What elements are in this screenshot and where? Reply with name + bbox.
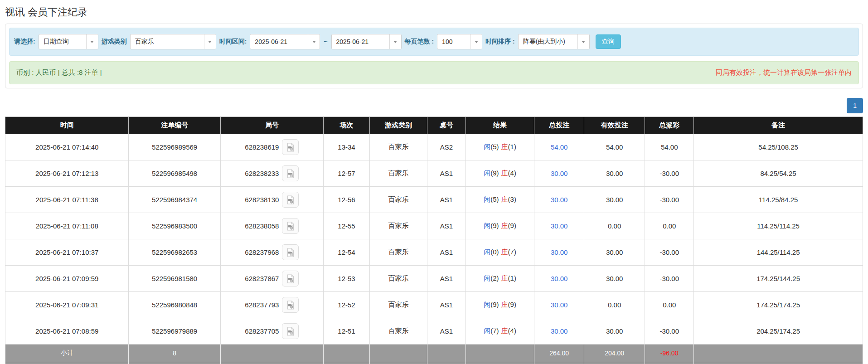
banker-result-label: 庄 — [501, 195, 508, 203]
page-size-label: 每页笔数 : — [405, 38, 434, 46]
query-type-select[interactable]: 日期查询 — [39, 34, 98, 49]
game-category-label: 游戏类别 — [102, 38, 127, 46]
banker-score: (1) — [508, 143, 516, 150]
total-bet-link[interactable]: 30.00 — [551, 327, 568, 335]
video-replay-button[interactable] — [282, 139, 299, 155]
game-cell: 百家乐 — [370, 318, 427, 345]
bet-id-cell: 522596984374 — [129, 187, 220, 213]
note-cell: 174.25/144.25 — [694, 266, 863, 292]
result-cell: 闲(9)庄(9) — [466, 213, 534, 239]
round-cell: 628238130 — [220, 187, 323, 213]
video-file-icon — [286, 274, 296, 284]
date-to-input[interactable]: 2025-06-21 — [331, 34, 402, 49]
column-header: 注单编号 — [129, 117, 220, 134]
session-cell: 12-54 — [323, 239, 369, 266]
footer-empty-cell — [370, 362, 427, 364]
query-type-label: 请选择: — [14, 38, 35, 46]
video-replay-button[interactable] — [282, 271, 299, 286]
game-category-value: 百家乐 — [131, 34, 159, 49]
player-score: (9) — [490, 301, 499, 308]
video-file-icon — [286, 195, 296, 205]
video-replay-button[interactable] — [282, 165, 299, 181]
player-score: (0) — [490, 248, 499, 256]
video-replay-button[interactable] — [282, 192, 299, 208]
table-no-cell: AS1 — [427, 213, 466, 239]
footer-empty-cell — [370, 345, 427, 362]
column-header: 总派彩 — [645, 117, 694, 134]
game-cell: 百家乐 — [370, 160, 427, 187]
valid-bet-cell: 30.00 — [584, 266, 645, 292]
page-title: 视讯 会员下注纪录 — [5, 5, 863, 19]
bet-records-table: 时间注单编号局号场次游戏类别桌号结果总投注有效投注总派彩备注 2025-06-2… — [5, 116, 863, 364]
video-replay-button[interactable] — [282, 218, 299, 234]
total-bet-link[interactable]: 30.00 — [551, 196, 568, 204]
footer-total-bet: 264.00 — [534, 345, 584, 362]
result-cell: 闲(0)庄(7) — [466, 239, 534, 266]
total-bet-link[interactable]: 54.00 — [551, 143, 568, 151]
game-cell: 百家乐 — [370, 266, 427, 292]
footer-empty-cell — [220, 362, 323, 364]
date-from-input[interactable]: 2025-06-21 — [250, 34, 320, 49]
total-bet-cell: 30.00 — [534, 318, 584, 345]
total-bet-link[interactable]: 30.00 — [551, 275, 568, 282]
table-row: 2025-06-21 07:09:31522596980848628237793… — [5, 292, 863, 318]
player-result-label: 闲 — [484, 274, 490, 282]
column-header: 游戏类别 — [370, 117, 427, 134]
total-bet-link[interactable]: 30.00 — [551, 170, 568, 177]
time-range-label: 时间区间: — [219, 38, 247, 46]
video-file-icon — [286, 248, 296, 257]
page-1-button[interactable]: 1 — [847, 98, 863, 113]
video-replay-button[interactable] — [282, 244, 299, 260]
time-cell: 2025-06-21 07:09:31 — [5, 292, 129, 318]
round-cell: 628237867 — [220, 266, 323, 292]
video-file-icon — [286, 142, 296, 152]
valid-bet-cell: 30.00 — [584, 318, 645, 345]
time-cell: 2025-06-21 07:14:40 — [5, 134, 129, 160]
round-cell: 628237968 — [220, 239, 323, 266]
footer-empty-cell — [466, 345, 534, 362]
round-cell: 628238233 — [220, 160, 323, 187]
time-cell: 2025-06-21 07:09:59 — [5, 266, 129, 292]
footer-empty-cell — [427, 345, 466, 362]
total-bet-link[interactable]: 30.00 — [551, 248, 568, 256]
note-cell: 84.25/54.25 — [694, 160, 863, 187]
session-cell: 12-55 — [323, 213, 369, 239]
table-no-cell: AS1 — [427, 292, 466, 318]
player-result-label: 闲 — [484, 195, 490, 203]
search-button[interactable]: 查询 — [596, 34, 621, 49]
player-result-label: 闲 — [484, 169, 490, 177]
game-category-select[interactable]: 百家乐 — [130, 34, 216, 49]
total-bet-cell: 30.00 — [534, 213, 584, 239]
time-sort-select[interactable]: 降幂(由大到小) — [518, 34, 590, 49]
top-panel: 请选择: 日期查询 游戏类别 百家乐 时间区间: 2025-06-21 ~ 20… — [5, 24, 863, 88]
date-from-value: 2025-06-21 — [250, 34, 292, 49]
page-size-select[interactable]: 100 — [437, 34, 482, 49]
payout-cell: -30.00 — [645, 318, 694, 345]
table-row: 2025-06-21 07:10:37522596982653628237968… — [5, 239, 863, 266]
footer-label: 总计 — [5, 362, 129, 364]
total-bet-cell: 30.00 — [534, 187, 584, 213]
column-header: 局号 — [220, 117, 323, 134]
time-cell: 2025-06-21 07:08:59 — [5, 318, 129, 345]
footer-empty-cell — [427, 362, 466, 364]
footer-empty-cell — [220, 345, 323, 362]
table-footer-row: 总计8264.00204.00-96.00 — [5, 362, 863, 364]
player-result-label: 闲 — [484, 248, 490, 256]
video-replay-button[interactable] — [282, 323, 299, 339]
column-header: 桌号 — [427, 117, 466, 134]
caret-down-icon — [308, 34, 320, 49]
total-bet-cell: 54.00 — [534, 134, 584, 160]
column-header: 场次 — [323, 117, 369, 134]
game-cell: 百家乐 — [370, 187, 427, 213]
total-bet-link[interactable]: 30.00 — [551, 301, 568, 309]
payout-cell: -30.00 — [645, 187, 694, 213]
game-cell: 百家乐 — [370, 292, 427, 318]
valid-bet-cell: 30.00 — [584, 160, 645, 187]
total-bet-cell: 30.00 — [534, 239, 584, 266]
video-replay-button[interactable] — [282, 297, 299, 313]
total-bet-link[interactable]: 30.00 — [551, 222, 568, 230]
player-score: (5) — [490, 143, 499, 150]
payout-cell: 0.00 — [645, 292, 694, 318]
pagination: 1 — [5, 98, 863, 113]
game-cell: 百家乐 — [370, 213, 427, 239]
